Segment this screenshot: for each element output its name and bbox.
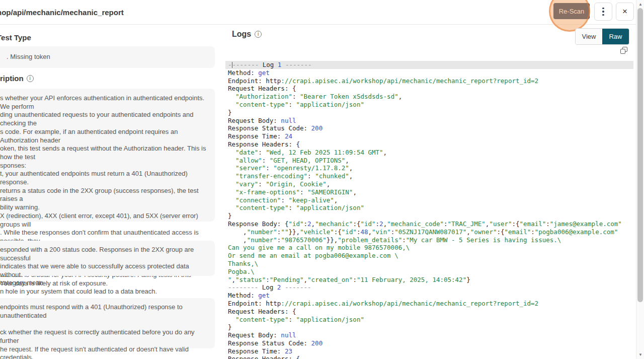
page-title: hop/api/mechanic/mechanic_report [0, 8, 124, 17]
more-options-button[interactable] [594, 3, 612, 21]
log-line: "vary": "Origin, Cookie", [225, 180, 633, 188]
log-line: Response Status Code: 200 [225, 124, 633, 132]
endpoint-report-modal: hop/api/mechanic/mechanic_report Re-Scan… [0, 0, 644, 359]
info-icon[interactable]: i [255, 31, 262, 38]
log-line: ","status":"Pending","created_on":"11 Fe… [225, 276, 633, 284]
view-tab[interactable]: View [576, 29, 602, 44]
log-line: ,"number":"9876570006"}},"problem_detail… [225, 236, 633, 244]
log-line: Response Status Code: 200 [225, 339, 633, 347]
rescan-button[interactable]: Re-Scan [553, 3, 590, 19]
log-line: Endpoint: http://crapi.apisec.ai/worksho… [225, 77, 633, 85]
log-output[interactable]: -------- Log 1 -------Method: getEndpoin… [225, 61, 633, 359]
log-line: "connection": "keep-alive", [225, 196, 633, 204]
log-line: "Authorization": "Bearer Token xSdsdsds-… [225, 93, 633, 101]
log-line: "content-type": "application/json" [225, 101, 633, 109]
log-line: Endpoint: http://crapi.apisec.ai/worksho… [225, 300, 633, 308]
header-divider [0, 24, 636, 25]
log-line: Response Body: {"id":2,"mechanic":{"id":… [225, 220, 633, 228]
logs-title: Logs [232, 30, 251, 39]
log-line: ,"number":""}},"vehicle":{"id":48,"vin":… [225, 228, 633, 236]
log-line: Method: get [225, 292, 633, 300]
log-line: } [225, 212, 633, 220]
scroll-up-icon[interactable]: ▲ [636, 2, 644, 7]
info-icon[interactable]: i [27, 75, 34, 82]
log-line: Response Headers: { [225, 140, 633, 149]
log-line: -------- Log 1 ------- [225, 61, 633, 69]
recommendation-box: endpoints must respond with a 401 (Unaut… [0, 298, 215, 348]
log-line: Request Body: null [225, 331, 633, 339]
log-line: Can you give me a call on my mobile 9876… [225, 244, 633, 252]
test-type-header: Test Type [0, 33, 31, 42]
log-line: Response Headers: { [225, 355, 633, 359]
logs-view-toggle: View Raw [575, 28, 629, 45]
close-icon: × [622, 7, 627, 17]
logs-header: Logs i [232, 30, 262, 39]
result-detail-text: esponded with a 200 status code. Respons… [0, 246, 211, 288]
log-line: "content-type": "application/json" [225, 204, 633, 212]
log-line: Thanks,\ [225, 260, 633, 268]
log-line: "transfer-encoding": "chunked", [225, 172, 633, 180]
log-line: Or send me an email at pogba006@example.… [225, 252, 633, 260]
test-type-item-label: . Missing token [7, 53, 50, 61]
description-header: ription i [0, 74, 34, 83]
log-line: Response Time: 23 [225, 347, 633, 355]
close-button[interactable]: × [616, 3, 634, 21]
scroll-down-icon[interactable]: ▼ [636, 352, 644, 357]
log-line: "content-type": "application/json" [225, 316, 633, 324]
copy-icon[interactable] [620, 47, 628, 55]
log-line: "x-frame-options": "SAMEORIGIN", [225, 188, 633, 196]
description-box: s whether your API enforces authenticati… [0, 89, 215, 222]
result-detail-box: esponded with a 200 status code. Respons… [0, 241, 215, 276]
log-line: } [225, 323, 633, 331]
log-line: "date": "Wed, 12 Feb 2025 11:09:54 GMT", [225, 149, 633, 157]
log-line: Response Time: 24 [225, 132, 633, 140]
recommendation-text: endpoints must respond with a 401 (Unaut… [0, 303, 211, 359]
log-line: Pogba.\ [225, 268, 633, 276]
log-line: Request Body: null [225, 117, 633, 125]
raw-tab[interactable]: Raw [602, 29, 629, 44]
description-header-label: ription [0, 74, 24, 83]
vertical-scrollbar[interactable]: ▲ ▼ [636, 0, 644, 359]
log-line: } [225, 109, 633, 117]
log-line: Method: get [225, 69, 633, 77]
log-line: Request Headers: { [225, 85, 633, 93]
log-line: Request Headers: { [225, 308, 633, 316]
log-line: "allow": "GET, HEAD, OPTIONS", [225, 157, 633, 165]
log-line: "server": "openresty/1.17.8.2", [225, 164, 633, 172]
scrollbar-thumb[interactable] [637, 8, 643, 302]
log-line: -------- Log 2 ------- [225, 283, 633, 292]
kebab-icon [602, 8, 604, 16]
test-type-row[interactable]: . Missing token [0, 46, 215, 68]
